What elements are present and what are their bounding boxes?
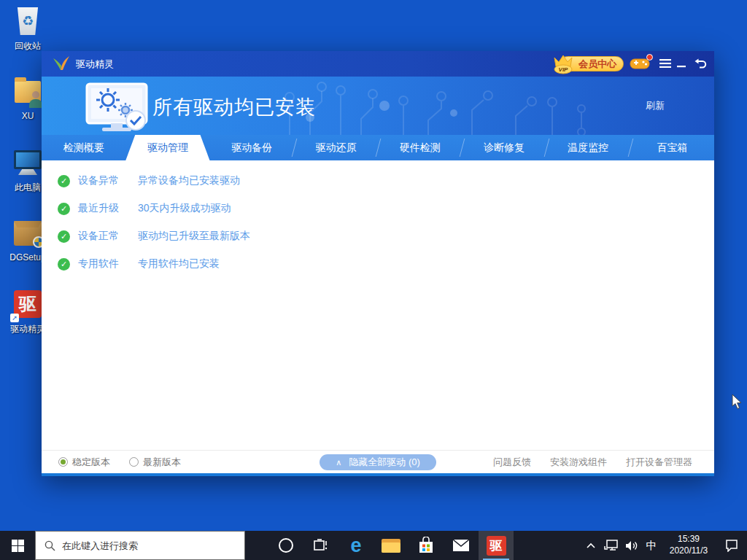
mouse-cursor xyxy=(732,394,743,410)
cortana-icon xyxy=(278,537,294,553)
desktop-icon-label: XU xyxy=(22,111,34,121)
app-logo-icon xyxy=(52,55,71,73)
app-title: 驱动精灵 xyxy=(76,58,114,71)
radio-selected-icon xyxy=(58,457,68,467)
clock-time: 15:39 xyxy=(670,534,708,545)
minimize-button[interactable] xyxy=(675,58,688,69)
search-icon xyxy=(44,540,55,551)
action-center-icon xyxy=(725,540,738,552)
ime-indicator[interactable]: 中 xyxy=(642,531,661,560)
action-center-button[interactable] xyxy=(716,531,747,560)
file-explorer-icon xyxy=(382,539,400,553)
back-arrow-icon xyxy=(694,58,707,69)
radio-unselected-icon xyxy=(129,457,139,467)
start-button[interactable] xyxy=(0,531,35,560)
tab-temperature-monitor[interactable]: 温度监控 xyxy=(546,135,630,160)
desktop-icon-label: DGSetup xyxy=(9,252,45,262)
status-desc: 异常设备均已安装驱动 xyxy=(138,174,240,187)
svg-text:VIP: VIP xyxy=(559,66,569,73)
driver-genius-taskbar-button[interactable]: 驱 xyxy=(479,531,514,560)
status-list: ✓ 设备异常 异常设备均已安装驱动 ✓ 最近升级 30天内升级成功驱动 ✓ 设备… xyxy=(42,160,714,450)
tab-driver-backup[interactable]: 驱动备份 xyxy=(210,135,294,160)
window-header: 所有驱动均已安装 刷新 xyxy=(42,77,714,135)
clock-date: 2020/11/3 xyxy=(670,545,708,557)
store-icon xyxy=(418,537,434,554)
dgsetup-box-icon xyxy=(12,217,44,250)
check-circle-icon: ✓ xyxy=(58,230,70,243)
tab-detect-overview[interactable]: 检测概要 xyxy=(42,135,125,160)
status-desc: 30天内升级成功驱动 xyxy=(138,202,231,215)
tab-hardware-detect[interactable]: 硬件检测 xyxy=(378,135,462,160)
desktop-icon-label: 此电脑 xyxy=(15,182,41,194)
status-desc: 专用软件均已安装 xyxy=(138,257,220,271)
network-status-button[interactable] xyxy=(601,531,622,560)
link-install-game-components[interactable]: 安装游戏组件 xyxy=(550,456,607,469)
mail-button[interactable] xyxy=(444,531,479,560)
monitor-gears-check-icon xyxy=(82,78,152,135)
status-row-device-abnormal: ✓ 设备异常 异常设备均已安装驱动 xyxy=(58,167,714,195)
window-titlebar[interactable]: 驱动精灵 VIP 会员中心 xyxy=(42,51,714,77)
status-title: 最近升级 xyxy=(78,202,119,215)
task-view-icon xyxy=(314,539,328,552)
check-circle-icon: ✓ xyxy=(58,203,70,215)
store-button[interactable] xyxy=(409,531,444,560)
vip-member-center-button[interactable]: VIP 会员中心 xyxy=(560,56,624,71)
window-bottom-accent xyxy=(42,473,714,476)
volume-button[interactable] xyxy=(622,531,642,560)
taskbar-clock[interactable]: 15:39 2020/11/3 xyxy=(661,531,716,560)
chevron-up-icon: ∧ xyxy=(336,458,341,467)
tab-driver-restore[interactable]: 驱动还原 xyxy=(294,135,378,160)
taskbar: e 驱 xyxy=(0,531,747,560)
task-view-button[interactable] xyxy=(303,531,338,560)
notification-dot xyxy=(646,54,653,61)
menu-button[interactable] xyxy=(659,58,672,69)
game-center-button[interactable] xyxy=(630,56,651,74)
status-title: 设备正常 xyxy=(78,230,119,243)
driver-genius-taskbar-icon: 驱 xyxy=(487,536,506,556)
edge-button[interactable]: e xyxy=(338,531,374,560)
status-row-device-normal: ✓ 设备正常 驱动均已升级至最新版本 xyxy=(58,222,714,250)
status-title: 设备异常 xyxy=(78,174,119,187)
this-pc-icon xyxy=(12,146,44,179)
search-input[interactable] xyxy=(62,540,222,551)
windows-logo-icon xyxy=(12,540,24,552)
tray-expand-button[interactable] xyxy=(581,531,601,560)
vip-crown-icon: VIP xyxy=(550,52,576,75)
mail-icon xyxy=(452,539,470,552)
status-title: 专用软件 xyxy=(78,257,119,271)
file-explorer-button[interactable] xyxy=(374,531,409,560)
desktop-icon-label: 驱动精灵 xyxy=(10,323,45,335)
page-title: 所有驱动均已安装 xyxy=(152,94,316,120)
tab-diagnose-repair[interactable]: 诊断修复 xyxy=(462,135,546,160)
speaker-icon xyxy=(625,540,638,551)
status-row-recent-upgrade: ✓ 最近升级 30天内升级成功驱动 xyxy=(58,195,714,222)
driver-genius-window: 驱动精灵 VIP 会员中心 xyxy=(42,51,714,476)
link-feedback[interactable]: 问题反馈 xyxy=(493,456,531,469)
desktop-icon-label: 回收站 xyxy=(15,40,41,52)
status-desc: 驱动均已升级至最新版本 xyxy=(138,230,250,243)
edge-icon: e xyxy=(350,536,361,556)
driver-genius-icon: 驱 ➚ xyxy=(12,287,44,321)
user-folder-icon xyxy=(12,75,44,109)
taskbar-search[interactable] xyxy=(35,531,245,560)
check-circle-icon: ✓ xyxy=(58,175,70,187)
vip-label: 会员中心 xyxy=(578,58,616,71)
refresh-button[interactable]: 刷新 xyxy=(646,99,665,112)
cortana-button[interactable] xyxy=(268,531,303,560)
back-button[interactable] xyxy=(694,58,707,69)
status-row-special-software: ✓ 专用软件 专用软件均已安装 xyxy=(58,250,714,278)
shortcut-arrow-icon: ➚ xyxy=(10,314,19,322)
tab-driver-management[interactable]: 驱动管理 xyxy=(125,135,209,160)
hamburger-icon xyxy=(659,59,671,68)
radio-stable-version[interactable]: 稳定版本 xyxy=(58,456,110,469)
hide-all-drivers-button[interactable]: ∧ 隐藏全部驱动 (0) xyxy=(320,454,436,470)
link-open-device-manager[interactable]: 打开设备管理器 xyxy=(626,456,692,469)
minimize-icon xyxy=(677,59,686,68)
tab-bar: 检测概要 驱动管理 驱动备份 驱动还原 硬件检测 诊断修复 温度监控 百宝箱 xyxy=(42,135,714,160)
tab-toolbox[interactable]: 百宝箱 xyxy=(630,135,714,160)
system-tray: 中 15:39 2020/11/3 xyxy=(581,531,747,560)
radio-latest-version[interactable]: 最新版本 xyxy=(129,456,181,469)
window-footer: 稳定版本 最新版本 ∧ 隐藏全部驱动 (0) 问题反馈 安装游戏组件 打开设备管… xyxy=(42,450,714,473)
recycle-bin-icon: ♻ xyxy=(12,4,44,38)
network-icon xyxy=(604,540,619,551)
